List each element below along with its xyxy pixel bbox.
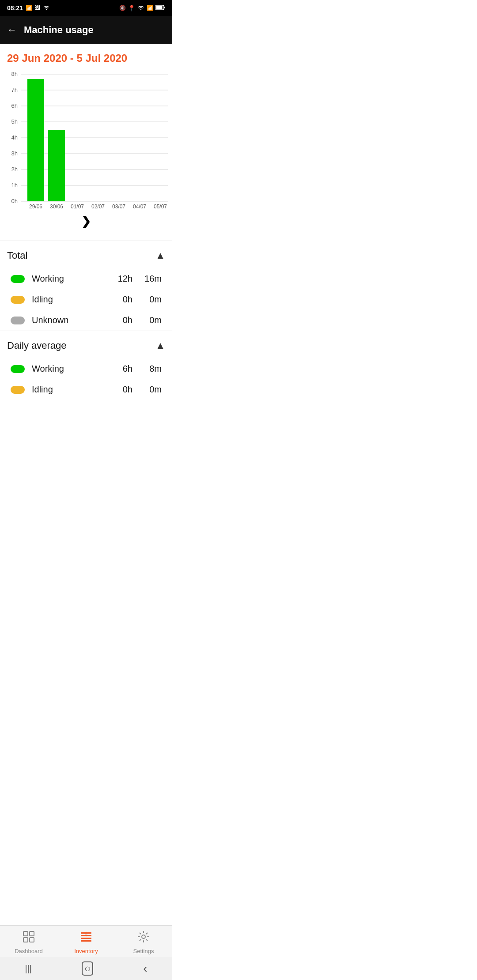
unknown-dot: [11, 317, 25, 324]
daily-average-title: Daily average: [7, 340, 67, 351]
svg-text:3h: 3h: [11, 150, 18, 157]
daily-average-header[interactable]: Daily average ▲: [7, 331, 165, 358]
svg-rect-22: [48, 130, 65, 201]
svg-rect-1: [164, 7, 165, 8]
svg-text:2h: 2h: [11, 166, 18, 173]
svg-text:8h: 8h: [11, 71, 18, 77]
total-idling-row: Idling 0h 0m: [7, 289, 165, 310]
svg-text:4h: 4h: [11, 134, 18, 141]
svg-text:30/06: 30/06: [50, 204, 63, 209]
date-range: 29 Jun 2020 - 5 Jul 2020: [0, 44, 172, 68]
avg-working-hours: 6h: [97, 364, 132, 374]
working-minutes: 16m: [140, 274, 162, 284]
svg-text:5h: 5h: [11, 118, 18, 125]
total-section: Total ▲ Working 12h 16m Idling 0h 0m Unk…: [0, 241, 172, 331]
idling-hours: 0h: [97, 294, 132, 305]
svg-text:6h: 6h: [11, 102, 18, 109]
daily-average-section: Daily average ▲ Working 6h 8m Idling 0h …: [0, 331, 172, 400]
signal-icon: 📶: [147, 5, 153, 11]
mute-icon: 🔇: [119, 5, 126, 11]
time: 08:21: [7, 4, 23, 11]
svg-text:05/07: 05/07: [154, 204, 167, 209]
avg-idling-hours: 0h: [97, 384, 132, 395]
avg-idling-minutes: 0m: [140, 384, 162, 395]
idling-label: Idling: [32, 294, 90, 305]
svg-rect-21: [27, 79, 44, 201]
svg-text:03/07: 03/07: [112, 204, 125, 209]
status-bar: 08:21 📶 🖼 🔇 📍 📶: [0, 0, 172, 16]
bar-chart: 8h 7h 6h 5h 4h 3h 2h 1h 0h: [5, 68, 167, 211]
total-unknown-row: Unknown 0h 0m: [7, 310, 165, 331]
wifi-icon: [43, 5, 50, 11]
svg-rect-2: [156, 6, 163, 9]
page-title: Machine usage: [24, 24, 94, 36]
chart-container: 8h 7h 6h 5h 4h 3h 2h 1h 0h: [0, 68, 172, 241]
total-title: Total: [7, 250, 27, 261]
svg-text:04/07: 04/07: [133, 204, 146, 209]
avg-idling-row: Idling 0h 0m: [7, 379, 165, 400]
main-content: 29 Jun 2020 - 5 Jul 2020 8h 7h 6h 5h 4h …: [0, 44, 172, 457]
svg-text:02/07: 02/07: [91, 204, 105, 209]
unknown-minutes: 0m: [140, 315, 162, 325]
working-label: Working: [32, 274, 90, 284]
chart-next-arrow[interactable]: ❯: [81, 215, 91, 228]
working-hours: 12h: [97, 274, 132, 284]
header: ← Machine usage: [0, 16, 172, 44]
svg-text:29/06: 29/06: [29, 204, 42, 209]
avg-working-label: Working: [32, 364, 90, 374]
signal-bars-icon: 📶: [26, 5, 32, 11]
back-button[interactable]: ←: [7, 24, 17, 36]
avg-working-dot: [11, 365, 25, 373]
battery-icon: [155, 5, 165, 11]
daily-average-toggle-icon[interactable]: ▲: [155, 340, 165, 351]
svg-text:7h: 7h: [11, 87, 18, 93]
wifi-status-icon: [137, 5, 144, 11]
status-bar-right: 🔇 📍 📶: [119, 5, 165, 11]
unknown-hours: 0h: [97, 315, 132, 325]
status-bar-left: 08:21 📶 🖼: [7, 4, 50, 11]
avg-working-minutes: 8m: [140, 364, 162, 374]
total-working-row: Working 12h 16m: [7, 268, 165, 289]
avg-working-row: Working 6h 8m: [7, 358, 165, 379]
unknown-label: Unknown: [32, 315, 90, 325]
svg-text:1h: 1h: [11, 182, 18, 188]
image-icon: 🖼: [35, 5, 40, 11]
total-toggle-icon[interactable]: ▲: [155, 250, 165, 261]
total-section-header[interactable]: Total ▲: [7, 241, 165, 268]
location-icon: 📍: [128, 5, 135, 11]
working-dot: [11, 275, 25, 283]
svg-text:0h: 0h: [11, 198, 18, 204]
idling-dot: [11, 296, 25, 304]
avg-idling-label: Idling: [32, 384, 90, 395]
idling-minutes: 0m: [140, 294, 162, 305]
svg-text:01/07: 01/07: [71, 204, 84, 209]
avg-idling-dot: [11, 386, 25, 394]
chart-navigation[interactable]: ❯: [5, 211, 167, 234]
